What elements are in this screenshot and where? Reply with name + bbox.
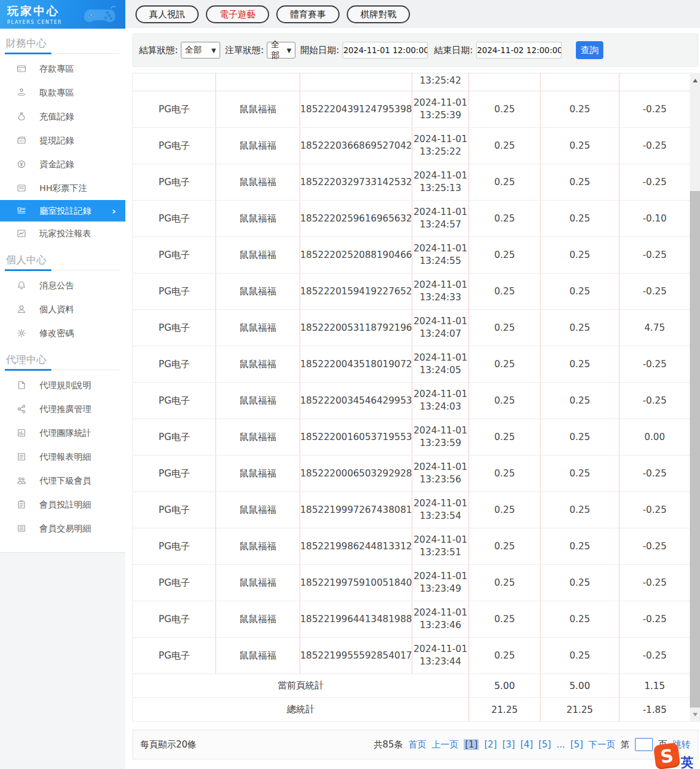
chevron-down-icon: ▼ <box>211 47 216 54</box>
sidebar-item-recharge-records[interactable]: 充值記錄 <box>0 104 125 128</box>
table-row: PG电子鼠鼠福福18522199555928540172024-11-0113:… <box>133 638 690 674</box>
sidebar-item-member-bet-details[interactable]: 會員投註明細 <box>0 493 125 516</box>
settle-status-select[interactable]: 全部 ▼ <box>181 42 220 59</box>
sidebar-item-withdrawal-records[interactable]: 提現記錄 <box>0 128 125 152</box>
cell-time: 13:25:42 <box>412 73 469 91</box>
sidebar-item-hh-lottery-bets[interactable]: HH彩票下注 <box>0 176 125 200</box>
filter-panel: 結算狀態: 全部 ▼ 注單狀態: 全部 ▼ 開始日期: 結束日期: 查詢 <box>132 33 698 67</box>
sidebar-item-label: 代理下級會員 <box>39 475 91 487</box>
tab-live-video[interactable]: 真人視訊 <box>135 5 199 23</box>
total-summary-row: 總統計21.2521.25-1.85 <box>133 698 690 722</box>
cell-time: 2024-11-0113:23:59 <box>412 419 469 456</box>
sidebar-item-agent-report-details[interactable]: 代理報表明細 <box>0 445 125 469</box>
cell-bet: 0.25 <box>469 237 541 273</box>
cell-valid-bet: 0.25 <box>541 201 619 237</box>
tab-board-card-games[interactable]: 棋牌對戰 <box>347 5 410 23</box>
cell-valid-bet: 0.25 <box>541 492 619 528</box>
sidebar-item-label: 消息公告 <box>39 280 74 291</box>
sidebar-item-hall-bet-records[interactable]: 廳室投註記錄› <box>0 200 125 222</box>
sidebar-item-label: 廳室投註記錄 <box>39 205 91 217</box>
cell-order-id: 1852219986244813312 <box>300 528 412 565</box>
jump-page-input[interactable] <box>635 738 653 751</box>
sidebar-item-funds-records[interactable]: 資金記錄 <box>0 152 125 176</box>
table-row: PG电子鼠鼠福福18522199759100518402024-11-0113:… <box>133 565 690 601</box>
sidebar-item-agent-team-stats[interactable]: 代理團隊統計 <box>0 421 125 445</box>
cell-win-loss: -0.25 <box>619 91 690 128</box>
cell-win-loss: -0.25 <box>619 528 690 565</box>
cell-player: 鼠鼠福福 <box>216 565 300 601</box>
sidebar-item-member-transaction-details[interactable]: 會員交易明細 <box>0 516 125 540</box>
player-bet-report-icon <box>17 229 26 238</box>
page-link[interactable]: [4] <box>520 739 533 750</box>
cell-bet: 0.25 <box>469 492 541 528</box>
sidebar-item-withdraw-zone[interactable]: 取款專區 <box>0 81 125 104</box>
tab-sports-events[interactable]: 體育賽事 <box>276 5 340 23</box>
page-link[interactable]: [5] <box>538 739 551 750</box>
cell-order-id: 1852219955592854017 <box>300 638 412 674</box>
sogou-icon[interactable]: S <box>653 743 681 769</box>
page-link[interactable]: ... <box>556 739 565 750</box>
start-date-input[interactable] <box>343 42 428 59</box>
cell-win-loss: -0.25 <box>619 273 690 310</box>
sidebar-item-agent-promotion[interactable]: 代理推廣管理 <box>0 397 125 421</box>
cell-platform: PG电子 <box>133 565 216 601</box>
bet-records-table-container: 13:25:42PG电子鼠鼠福福18522204391247953982024-… <box>132 73 700 722</box>
cell-order-id: 1852220016053719553 <box>300 419 412 456</box>
sidebar-item-deposit-zone[interactable]: 存款專區 <box>0 57 125 81</box>
pagination-bar: 每頁顯示20條 共85条 首页 上一页 [1][2][3][4][5]...[5… <box>132 730 698 759</box>
cell-player: 鼠鼠福福 <box>216 273 300 310</box>
page-link[interactable]: [5] <box>571 739 583 750</box>
cell-win-loss: 4.75 <box>619 310 690 346</box>
gear-icon <box>17 328 26 338</box>
cell-win-loss: -0.25 <box>619 601 690 638</box>
cell-order-id <box>300 73 412 91</box>
table-row: PG电子鼠鼠福福18522199862448133122024-11-0113:… <box>133 528 690 565</box>
page-links: [1][2][3][4][5]...[5] <box>464 739 583 750</box>
cell-platform: PG电子 <box>133 601 216 638</box>
next-page-link[interactable]: 下一页 <box>588 739 615 750</box>
start-date-label: 開始日期: <box>300 45 339 56</box>
end-date-input[interactable] <box>476 42 562 59</box>
scroll-down-arrow-icon[interactable] <box>690 709 700 719</box>
sidebar-item-announcements[interactable]: 消息公告 <box>0 273 125 297</box>
summary-label: 當前頁統計 <box>133 674 469 698</box>
per-page-label: 每頁顯示20條 <box>140 739 196 750</box>
sidebar-item-change-password[interactable]: 修改密碼 <box>0 321 125 345</box>
sidebar-item-player-bet-report[interactable]: 玩家投注報表 <box>0 222 125 245</box>
scroll-up-arrow-icon[interactable] <box>690 75 700 85</box>
team-stats-icon <box>17 428 26 438</box>
game-tabs: 真人視訊電子遊藝體育賽事棋牌對戰 <box>125 0 700 28</box>
cell-order-id: 1852220053118792196 <box>300 310 412 346</box>
table-row: PG电子鼠鼠福福18522200531187921962024-11-0113:… <box>133 310 690 346</box>
sidebar: 玩家中心 PLAYERS CENTER 財務中心存款專區取款專區充值記錄提現記錄… <box>0 0 125 769</box>
page-link[interactable]: [2] <box>484 739 497 750</box>
cell-win-loss: -0.25 <box>619 237 690 273</box>
order-status-select[interactable]: 全部 ▼ <box>267 42 295 59</box>
page-link-current[interactable]: [1] <box>464 739 479 750</box>
first-page-link[interactable]: 首页 <box>408 739 426 750</box>
cell-win-loss: 0.00 <box>619 419 690 456</box>
cell-valid-bet: 0.25 <box>541 456 619 492</box>
cell-time: 2024-11-0113:24:55 <box>412 237 469 273</box>
cell-platform: PG电子 <box>133 492 216 528</box>
page-link[interactable]: [3] <box>502 739 515 750</box>
chevron-down-icon: ▼ <box>286 47 291 54</box>
sidebar-item-agent-rules[interactable]: 代理規則說明 <box>0 373 125 397</box>
sidebar-item-profile[interactable]: 個人資料 <box>0 297 125 321</box>
tab-electronic-games[interactable]: 電子遊藝 <box>206 5 269 23</box>
scrollbar-thumb[interactable] <box>690 191 700 708</box>
ime-indicator[interactable]: S 英 <box>655 744 693 769</box>
table-row: PG电子鼠鼠福福18522204391247953982024-11-0113:… <box>133 91 690 128</box>
cell-platform: PG电子 <box>133 310 216 346</box>
prev-page-link[interactable]: 上一页 <box>431 739 458 750</box>
table-row: PG电子鼠鼠福福18522200160537195532024-11-0113:… <box>133 419 690 456</box>
sidebar-item-label: 代理推廣管理 <box>39 404 91 415</box>
cell-time: 2024-11-0113:23:51 <box>412 528 469 565</box>
query-button[interactable]: 查詢 <box>576 41 603 59</box>
cell-bet: 0.25 <box>469 601 541 638</box>
table-scrollbar[interactable] <box>690 73 700 722</box>
sidebar-item-agent-sub-members[interactable]: 代理下級會員 <box>0 469 125 493</box>
table-row: PG电子鼠鼠福福18522199972674380812024-11-0113:… <box>133 492 690 528</box>
summary-valid-bet: 21.25 <box>541 698 619 722</box>
cell-bet: 0.25 <box>469 346 541 383</box>
